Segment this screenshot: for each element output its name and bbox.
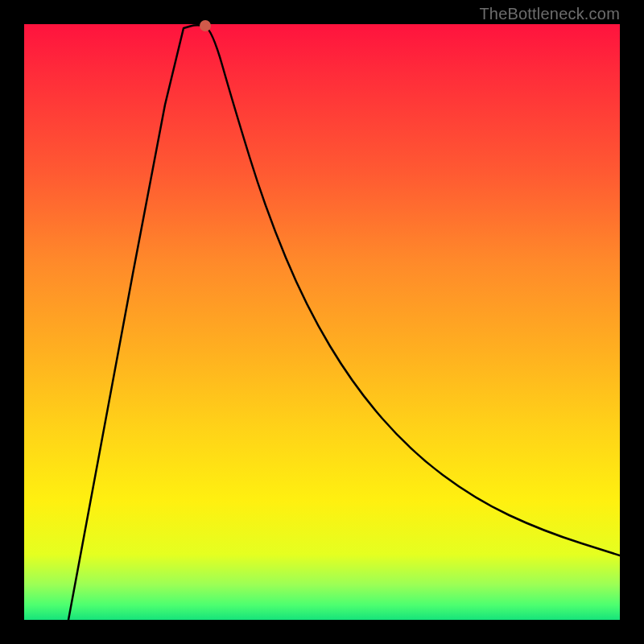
bottleneck-curve [24,24,620,620]
minimum-marker-dot [200,20,211,31]
watermark-text: TheBottleneck.com [479,5,620,23]
plot-area [24,24,620,620]
chart-frame: TheBottleneck.com [0,0,644,644]
curve-path [68,25,620,620]
